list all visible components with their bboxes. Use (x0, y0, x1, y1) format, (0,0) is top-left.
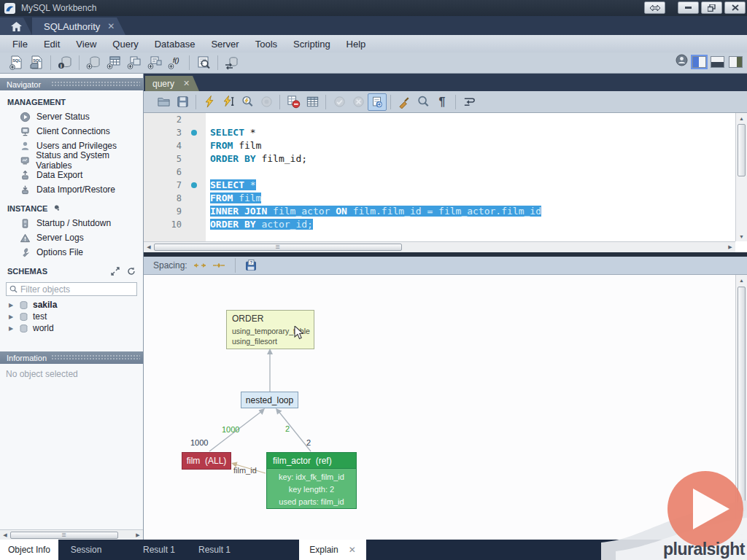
schema-row-world[interactable]: ▶ world (0, 322, 143, 334)
inspect-database-icon[interactable]: i (55, 53, 75, 72)
sql-code-editor[interactable]: 2 3SELECT * 4FROM film 5ORDER BY film_id… (144, 113, 735, 241)
instance-config-icon (51, 204, 60, 213)
increase-spacing-icon[interactable] (193, 261, 206, 270)
sidebar-item-options-file[interactable]: Options File (0, 245, 143, 260)
tab-close-icon[interactable]: ✕ (107, 21, 115, 31)
explain-node-film[interactable]: film (ALL) (182, 452, 231, 470)
expand-schemas-icon[interactable] (111, 267, 120, 276)
expander-icon[interactable]: ▶ (9, 302, 15, 308)
scroll-left-arrow[interactable]: ◀ (144, 242, 154, 252)
diagram-vertical-scrollbar[interactable]: ▲ ▼ (735, 275, 747, 540)
sidebar-item-server-status[interactable]: Server Status (0, 109, 143, 124)
scroll-left-arrow[interactable]: ◀ (0, 530, 10, 540)
sidebar-horizontal-scrollbar[interactable]: ◀ ☰ ▶ (0, 529, 143, 540)
menu-edit[interactable]: Edit (36, 36, 68, 52)
explain-node-nested-loop[interactable]: nested_loop (241, 392, 298, 408)
toggle-stop-on-error-icon[interactable] (284, 93, 303, 111)
scrollbar-thumb[interactable]: ☰ (154, 244, 402, 251)
toggle-wrap-icon[interactable] (460, 93, 479, 111)
toggle-bottom-panel-button[interactable] (711, 56, 724, 68)
reconnect-dbms-icon[interactable] (222, 53, 242, 72)
save-image-icon[interactable]: ? (245, 260, 257, 271)
menu-file[interactable]: File (4, 36, 36, 52)
execute-script-icon[interactable] (200, 93, 219, 111)
tab-explain[interactable]: Explain ✕ (299, 540, 366, 560)
find-icon[interactable] (414, 93, 433, 111)
menu-view[interactable]: View (68, 36, 104, 52)
resize-button[interactable] (644, 1, 665, 14)
code-line-selected[interactable]: 9INNER JOIN film_actor ON film.film_id =… (144, 205, 735, 218)
sidebar-item-server-logs[interactable]: Server Logs (0, 230, 143, 245)
create-function-icon[interactable]: f() (165, 53, 185, 72)
menu-database[interactable]: Database (147, 36, 204, 52)
tab-result-1[interactable]: Result 1 (133, 540, 185, 560)
schema-row-sakila[interactable]: ▶ sakila (0, 299, 143, 311)
editor-vertical-scrollbar[interactable]: ▲ ▼ (735, 113, 747, 241)
create-procedure-icon[interactable] (144, 53, 165, 72)
scroll-up-arrow[interactable]: ▲ (736, 275, 747, 285)
account-icon[interactable] (676, 54, 688, 69)
show-invisibles-icon[interactable]: ¶ (433, 93, 452, 111)
scroll-down-arrow[interactable]: ▼ (736, 529, 747, 540)
menu-help[interactable]: Help (338, 36, 374, 52)
code-line-selected[interactable]: 10ORDER BY actor_id; (144, 218, 735, 231)
sidebar-item-startup-shutdown[interactable]: Startup / Shutdown (0, 216, 143, 230)
search-table-data-icon[interactable] (193, 53, 214, 72)
sidebar-item-data-import[interactable]: Data Import/Restore (0, 182, 143, 197)
save-icon[interactable] (173, 93, 192, 111)
information-title: Information (7, 354, 47, 362)
code-line-selected[interactable]: 8FROM film (144, 192, 735, 205)
code-line[interactable]: 2 (144, 113, 735, 126)
sidebar-item-client-connections[interactable]: Client Connections (0, 124, 143, 139)
expander-icon[interactable]: ▶ (9, 314, 15, 320)
toggle-right-panel-button[interactable] (729, 56, 743, 68)
editor-horizontal-scrollbar[interactable]: ◀ ☰ ▶ (144, 241, 735, 252)
scroll-right-arrow[interactable]: ▶ (725, 242, 735, 252)
tab-close-icon[interactable]: ✕ (183, 79, 190, 88)
menu-tools[interactable]: Tools (247, 36, 285, 52)
tab-object-info[interactable]: Object Info (0, 540, 58, 560)
tab-result-2[interactable]: Result 1 (188, 540, 241, 560)
sidebar-item-status-variables[interactable]: Status and System Variables (0, 153, 143, 168)
code-line[interactable]: 3SELECT * (144, 126, 735, 139)
execute-current-statement-icon[interactable] (219, 93, 238, 111)
tab-query[interactable]: query ✕ (145, 76, 199, 91)
toggle-left-panel-button[interactable] (692, 56, 706, 68)
maximize-button[interactable] (701, 1, 722, 14)
refresh-schemas-icon[interactable] (127, 267, 136, 276)
explain-node-film-actor[interactable]: film_actor (ref) key: idx_fk_film_id key… (266, 452, 357, 509)
scroll-right-arrow[interactable]: ▶ (133, 530, 143, 540)
home-tab[interactable] (0, 18, 32, 35)
tab-session[interactable]: Session (58, 540, 114, 560)
schema-row-test[interactable]: ▶ test (0, 311, 143, 322)
close-button[interactable] (724, 1, 746, 14)
scrollbar-thumb[interactable]: ☰ (10, 532, 118, 539)
beautify-script-icon[interactable] (395, 93, 414, 111)
scroll-down-arrow[interactable]: ▼ (736, 231, 747, 241)
code-line-selected[interactable]: 7SELECT * (144, 179, 735, 192)
menu-server[interactable]: Server (203, 36, 247, 52)
limit-rows-icon[interactable] (303, 93, 322, 111)
new-sql-tab-icon[interactable]: SQL (6, 53, 26, 72)
expander-icon[interactable]: ▶ (9, 325, 15, 332)
create-view-icon[interactable] (124, 53, 144, 72)
code-line[interactable]: 6 (144, 166, 735, 179)
menu-scripting[interactable]: Scripting (285, 36, 338, 52)
toggle-autocommit-icon[interactable] (368, 93, 387, 111)
create-schema-icon[interactable] (83, 53, 104, 72)
create-table-icon[interactable] (104, 53, 124, 72)
decrease-spacing-icon[interactable] (212, 261, 225, 270)
scrollbar-thumb[interactable] (738, 124, 746, 176)
tab-close-icon[interactable]: ✕ (349, 545, 356, 555)
minimize-button[interactable] (678, 1, 699, 14)
explain-plan-icon[interactable] (238, 93, 257, 111)
scroll-up-arrow[interactable]: ▲ (736, 113, 747, 123)
tab-sqlauthority[interactable]: SQLAuthority ✕ (32, 18, 125, 35)
scrollbar-thumb[interactable] (738, 287, 746, 511)
open-file-icon[interactable] (154, 93, 173, 111)
open-sql-script-icon[interactable]: SQL (26, 53, 47, 72)
code-line[interactable]: 4FROM film (144, 139, 735, 152)
schema-filter-input[interactable] (20, 284, 130, 295)
menu-query[interactable]: Query (104, 36, 146, 52)
code-line[interactable]: 5ORDER BY film_id; (144, 152, 735, 166)
